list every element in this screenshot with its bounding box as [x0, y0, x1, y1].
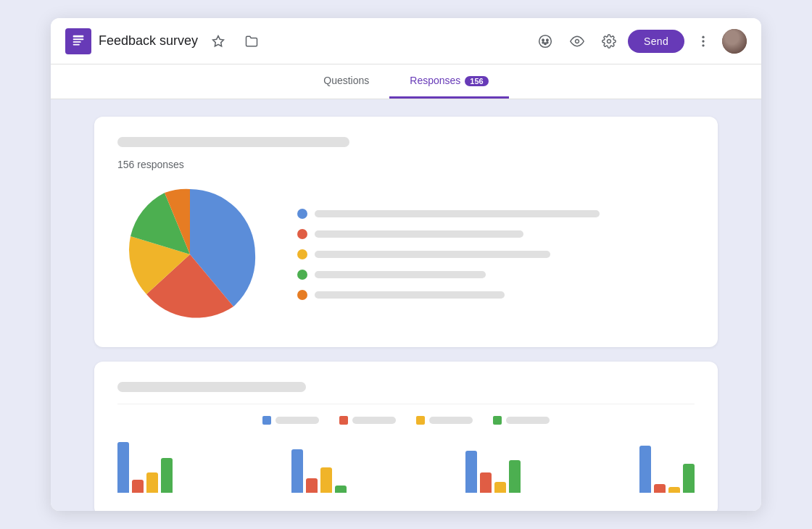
legend-dot-red [297, 229, 307, 239]
bar-legend-green [493, 416, 550, 425]
response-count: 156 responses [117, 159, 695, 170]
bar-3-red [480, 472, 492, 493]
svg-point-15 [702, 44, 704, 46]
pie-card-inner [117, 182, 695, 327]
bar-3-green [509, 460, 521, 493]
bar-4-red [654, 484, 666, 493]
pie-svg [117, 182, 262, 327]
pie-legend [297, 209, 695, 300]
svg-point-11 [576, 39, 579, 43]
bar-legend-label-2 [352, 417, 396, 424]
card-title-skeleton [117, 137, 349, 147]
bar-1-red [132, 480, 144, 493]
avatar[interactable] [722, 29, 747, 54]
bar-1-blue [117, 442, 129, 493]
svg-rect-1 [73, 38, 84, 40]
svg-point-12 [608, 39, 611, 43]
legend-bar-wrap [315, 230, 695, 238]
legend-bar-wrap [315, 291, 695, 299]
bar-card-title-skeleton [117, 382, 306, 392]
bar-legend-blue [262, 416, 319, 425]
bar-4-green [683, 464, 695, 493]
svg-point-10 [547, 41, 548, 43]
forms-svg-icon [70, 33, 86, 49]
bar-card-divider [117, 404, 695, 404]
tabs-bar: Questions Responses156 [51, 64, 761, 99]
pie-chart-card: 156 responses [94, 117, 718, 347]
tab-responses[interactable]: Responses156 [389, 64, 508, 99]
header-left: Feedback survey [65, 28, 532, 54]
bar-legend-square-yellow [416, 416, 425, 425]
bar-2-green [335, 486, 347, 493]
bar-4-blue [639, 446, 651, 493]
legend-dot-orange [297, 290, 307, 300]
header: Feedback survey Send [51, 18, 761, 64]
preview-button[interactable] [564, 28, 590, 54]
legend-bar-4 [315, 271, 486, 278]
bar-legend-yellow [416, 416, 473, 425]
bar-legend-label-3 [429, 417, 473, 424]
pie-chart [117, 182, 262, 327]
bar-legend-red [339, 416, 396, 425]
bar-legend-square-blue [262, 416, 271, 425]
svg-point-14 [702, 40, 704, 42]
bar-group-4 [639, 446, 695, 493]
bar-3-yellow [494, 482, 506, 493]
legend-bar-wrap [315, 271, 695, 278]
responses-badge: 156 [465, 76, 488, 86]
bar-1-yellow [146, 472, 158, 493]
app-window: Feedback survey Send [51, 18, 761, 511]
send-button[interactable]: Send [628, 30, 684, 53]
legend-bar-3 [315, 251, 550, 258]
bar-legend-square-red [339, 416, 348, 425]
svg-point-13 [702, 36, 704, 38]
forms-icon [65, 28, 91, 54]
svg-rect-2 [73, 41, 81, 43]
folder-button[interactable] [239, 28, 265, 54]
bar-3-blue [465, 451, 477, 493]
svg-rect-3 [73, 43, 80, 45]
legend-item-green [297, 270, 695, 280]
header-right: Send [532, 28, 747, 54]
svg-marker-4 [213, 36, 224, 46]
legend-bar-2 [315, 230, 523, 238]
legend-item-orange [297, 290, 695, 300]
bar-chart-area [117, 438, 695, 496]
bar-chart-legend [117, 416, 695, 425]
svg-point-7 [547, 39, 549, 41]
legend-item-blue [297, 209, 695, 219]
bar-4-yellow [668, 487, 680, 493]
star-button[interactable] [205, 28, 231, 54]
bar-2-blue [291, 449, 303, 493]
legend-item-yellow [297, 249, 695, 259]
bar-group-3 [465, 451, 521, 493]
bar-legend-label-4 [506, 417, 550, 424]
svg-rect-0 [73, 35, 84, 37]
bar-legend-square-green [493, 416, 502, 425]
legend-dot-yellow [297, 249, 307, 259]
avatar-image [722, 29, 747, 54]
tab-questions[interactable]: Questions [303, 64, 389, 99]
bar-legend-label-1 [276, 417, 319, 424]
bar-group-2 [291, 449, 347, 493]
legend-dot-green [297, 270, 307, 280]
bar-2-yellow [320, 467, 332, 493]
legend-bar-wrap [315, 210, 695, 217]
svg-point-5 [539, 35, 552, 47]
legend-item-red [297, 229, 695, 239]
page-title: Feedback survey [99, 33, 198, 49]
settings-button[interactable] [596, 28, 622, 54]
svg-point-8 [544, 43, 547, 45]
legend-bar-wrap [315, 251, 695, 258]
palette-button[interactable] [532, 28, 558, 54]
legend-bar-5 [315, 291, 505, 299]
bar-1-green [161, 458, 173, 493]
svg-point-6 [542, 39, 544, 41]
content-area: 156 responses [51, 99, 761, 511]
svg-point-9 [542, 41, 544, 43]
legend-dot-blue [297, 209, 307, 219]
legend-bar-1 [315, 210, 600, 217]
bar-chart-card [94, 362, 718, 511]
bar-2-red [306, 478, 318, 493]
more-options-button[interactable] [690, 28, 716, 54]
